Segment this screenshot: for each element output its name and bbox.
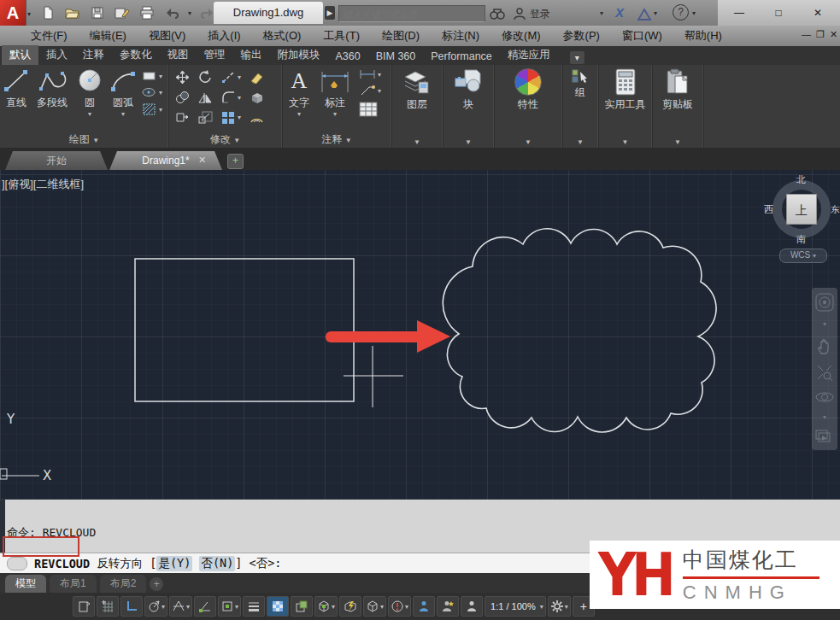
- viewcube-top-face[interactable]: 上: [786, 194, 817, 225]
- clipboard-button[interactable]: 剪贴板: [655, 68, 700, 112]
- sign-in-button[interactable]: 登录: [530, 7, 550, 21]
- menu-file[interactable]: 文件(F): [31, 28, 68, 44]
- trim-tool[interactable]: ▾: [221, 71, 241, 84]
- tab-parametric[interactable]: 参数化: [112, 45, 160, 65]
- viewcube-west[interactable]: 西: [764, 203, 773, 216]
- layers-button[interactable]: 图层: [397, 68, 438, 112]
- menu-insert[interactable]: 插入(I): [208, 28, 240, 44]
- menu-help[interactable]: 帮助(H): [684, 28, 722, 44]
- menu-draw[interactable]: 绘图(D): [382, 28, 420, 44]
- dimension-dropdown-icon[interactable]: ▾: [318, 110, 352, 118]
- minimize-button[interactable]: —: [728, 5, 750, 20]
- ellipse-tool[interactable]: ▾: [142, 86, 162, 98]
- print-icon[interactable]: [138, 4, 156, 21]
- option-no[interactable]: 否(N): [199, 556, 235, 571]
- panel-group-expander[interactable]: ▼: [562, 135, 598, 147]
- save-icon[interactable]: [89, 4, 106, 21]
- zoom-icon[interactable]: [816, 364, 833, 381]
- line-tool[interactable]: 直线: [2, 68, 31, 110]
- hatch-tool[interactable]: ▾: [142, 102, 162, 116]
- panel-utilities-expander[interactable]: ▼: [598, 135, 652, 147]
- offset-tool[interactable]: [250, 111, 264, 124]
- explode-tool[interactable]: [250, 91, 264, 104]
- open-file-icon[interactable]: [64, 4, 81, 21]
- erase-tool[interactable]: [250, 71, 264, 84]
- linear-dimension-tool[interactable]: ▾: [359, 69, 381, 79]
- panel-clipboard-expander[interactable]: ▼: [652, 135, 703, 147]
- a360-icon[interactable]: [636, 6, 653, 23]
- search-input[interactable]: [339, 7, 491, 22]
- new-layout-button[interactable]: +: [150, 577, 163, 591]
- tab-featured-apps[interactable]: 精选应用: [500, 45, 558, 65]
- panel-annotation-label[interactable]: 注释 ▼: [282, 132, 391, 147]
- panel-properties-expander[interactable]: ▼: [494, 135, 562, 147]
- doc-minimize-button[interactable]: —: [802, 29, 811, 39]
- drawn-rectangle[interactable]: [135, 259, 354, 401]
- dynamic-ucs-toggle[interactable]: [339, 596, 361, 617]
- menu-tools[interactable]: 工具(T): [323, 28, 360, 44]
- tab-model[interactable]: 模型: [5, 575, 46, 593]
- mirror-tool[interactable]: [198, 91, 213, 104]
- array-tool[interactable]: ▾: [221, 111, 241, 124]
- autoscale-toggle[interactable]: [437, 596, 459, 617]
- menu-dimension[interactable]: 标注(N): [442, 28, 479, 44]
- circle-dropdown-icon[interactable]: ▾: [75, 110, 104, 118]
- snap-mode-toggle[interactable]: [120, 596, 143, 617]
- osnap-3d-toggle[interactable]: ▾: [314, 596, 338, 617]
- a360-dropdown-icon[interactable]: ▾: [654, 9, 657, 17]
- block-button[interactable]: 块: [448, 68, 489, 112]
- new-drawing-tab-button[interactable]: +: [227, 154, 244, 169]
- close-button[interactable]: ✕: [807, 5, 829, 20]
- orbit-icon[interactable]: [815, 389, 834, 405]
- utilities-button[interactable]: 实用工具: [602, 68, 649, 112]
- command-options-icon[interactable]: [7, 557, 27, 570]
- undo-dropdown-icon[interactable]: ▾: [188, 9, 191, 17]
- menu-format[interactable]: 格式(O): [263, 28, 302, 44]
- fillet-tool[interactable]: ▾: [221, 91, 241, 104]
- pan-icon[interactable]: [816, 336, 833, 355]
- full-navigation-wheel-icon[interactable]: [815, 293, 834, 312]
- object-snap-toggle[interactable]: ▾: [218, 596, 241, 617]
- app-menu-button[interactable]: A: [0, 0, 26, 26]
- tab-layout1[interactable]: 布局1: [50, 575, 97, 593]
- text-dropdown-icon[interactable]: ▾: [285, 110, 313, 118]
- tab-home[interactable]: 默认: [2, 45, 38, 65]
- doc-restore-button[interactable]: ❐: [816, 29, 825, 40]
- viewcube-south[interactable]: 南: [796, 233, 806, 246]
- viewcube-north[interactable]: 北: [796, 173, 806, 186]
- group-button[interactable]: 组: [566, 68, 595, 100]
- panel-draw-label[interactable]: 绘图 ▼: [0, 132, 168, 147]
- panel-layers-expander[interactable]: ▼: [391, 135, 443, 147]
- polar-tracking-toggle[interactable]: ▾: [144, 596, 167, 617]
- title-expand-icon[interactable]: ▶: [325, 6, 335, 20]
- ribbon-display-toggle[interactable]: ▾: [570, 51, 584, 64]
- lineweight-toggle[interactable]: [243, 596, 265, 617]
- tab-bim360[interactable]: BIM 360: [368, 48, 424, 65]
- isodraft-toggle[interactable]: ▾: [169, 596, 192, 617]
- move-tool[interactable]: [175, 70, 190, 85]
- customization-gear[interactable]: ▾: [548, 596, 571, 617]
- scale-tool[interactable]: [198, 111, 213, 124]
- revision-cloud[interactable]: [443, 229, 716, 432]
- signin-dropdown-icon[interactable]: ▾: [600, 9, 603, 17]
- panel-block-expander[interactable]: ▼: [443, 135, 494, 147]
- annotation-scale-value[interactable]: 1:1 / 100%▾: [485, 596, 546, 617]
- tab-a360[interactable]: A360: [328, 48, 368, 65]
- rectangle-tool[interactable]: ▾: [142, 70, 162, 82]
- tab-output[interactable]: 输出: [233, 45, 270, 65]
- new-file-icon[interactable]: [39, 4, 56, 21]
- rotate-tool[interactable]: [198, 70, 213, 85]
- file-tab-start[interactable]: 开始: [5, 151, 108, 170]
- gizmo-toggle[interactable]: ▾: [363, 596, 386, 617]
- wcs-menu[interactable]: WCS ▾: [779, 249, 827, 263]
- help-dropdown-icon[interactable]: ▾: [692, 9, 696, 17]
- menu-window[interactable]: 窗口(W): [622, 28, 662, 44]
- file-tab-close-icon[interactable]: ✕: [198, 155, 206, 165]
- exchange-apps-icon[interactable]: X: [615, 5, 624, 20]
- app-menu-dropdown-icon[interactable]: ▾: [27, 10, 31, 18]
- annotation-visibility-toggle[interactable]: [413, 596, 435, 617]
- osnap-tracking-toggle[interactable]: [194, 596, 216, 617]
- tab-layout2[interactable]: 布局2: [100, 575, 147, 593]
- viewcube[interactable]: 北 南 西 东 上: [766, 177, 837, 249]
- table-tool[interactable]: [359, 102, 381, 117]
